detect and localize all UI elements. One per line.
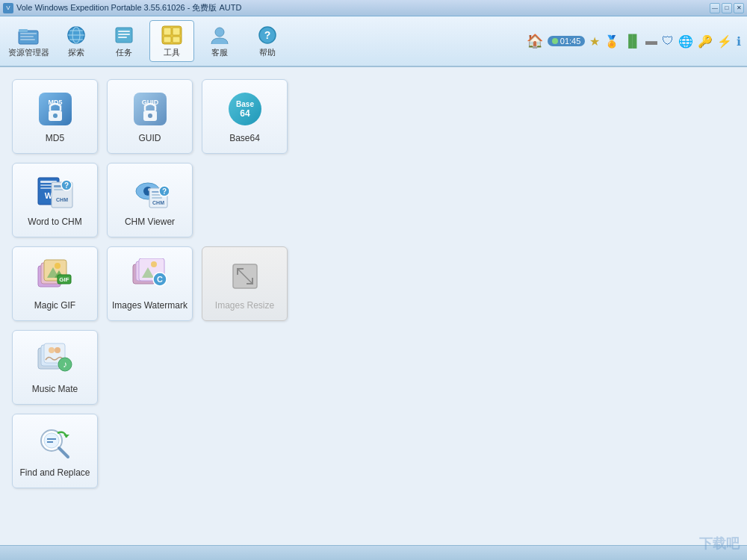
- toolbar-item-file-manager[interactable]: 资源管理器: [6, 20, 51, 62]
- images-watermark-label: Images Watermark: [112, 300, 187, 311]
- tool-music-mate[interactable]: ♪ Music Mate: [12, 330, 98, 405]
- close-button[interactable]: ✕: [734, 3, 744, 13]
- svg-rect-12: [118, 34, 130, 35]
- shield-icon[interactable]: 🛡: [662, 34, 674, 48]
- tool-images-watermark[interactable]: C Images Watermark: [107, 246, 193, 321]
- svg-rect-17: [164, 37, 171, 43]
- chm-viewer-icon-wrapper: CHM ?: [131, 173, 170, 212]
- svg-point-59: [55, 263, 61, 269]
- tool-row-2: W CHM ? Word to CHM: [12, 163, 735, 237]
- guid-label: GUID: [139, 133, 161, 143]
- time-display: 01:45: [560, 37, 581, 46]
- help-label: 帮助: [259, 47, 276, 58]
- medal-icon[interactable]: 🏅: [604, 34, 619, 49]
- svg-point-25: [53, 113, 58, 118]
- images-watermark-icon-wrapper: C: [131, 257, 170, 296]
- music-mate-label: Music Mate: [32, 384, 78, 394]
- md5-icon-wrapper: MD5: [36, 90, 75, 128]
- tool-row-5: Find and Replace: [12, 414, 735, 488]
- svg-text:Base: Base: [236, 100, 254, 108]
- star-icon[interactable]: ★: [589, 34, 600, 49]
- svg-text:CHM: CHM: [56, 197, 68, 202]
- svg-point-74: [49, 347, 55, 353]
- svg-point-19: [215, 28, 224, 37]
- svg-text:C: C: [157, 275, 163, 284]
- svg-point-66: [151, 261, 157, 267]
- find-replace-icon-wrapper: [36, 424, 75, 463]
- toolbar-item-task[interactable]: 任务: [102, 20, 146, 62]
- svg-text:GUID: GUID: [141, 99, 158, 106]
- find-replace-label: Find and Replace: [19, 467, 90, 478]
- tool-md5[interactable]: MD5 MD5: [12, 79, 98, 154]
- home-icon[interactable]: 🏠: [527, 33, 543, 49]
- svg-rect-50: [152, 197, 162, 199]
- tool-images-resize: Images Resize: [202, 246, 288, 321]
- svg-text:?: ?: [63, 181, 68, 190]
- svg-point-79: [44, 433, 59, 448]
- base64-icon-wrapper: Base 64: [226, 90, 264, 128]
- time-badge: 01:45: [548, 36, 586, 46]
- svg-text:64: 64: [240, 108, 250, 119]
- svg-text:♪: ♪: [63, 359, 67, 370]
- images-resize-icon-wrapper: [226, 257, 264, 296]
- battery-icon[interactable]: ▐▌: [624, 34, 641, 48]
- svg-rect-13: [118, 37, 127, 38]
- svg-rect-2: [20, 33, 37, 34]
- svg-line-82: [59, 448, 68, 457]
- status-dot: [552, 38, 558, 44]
- service-label: 客服: [211, 47, 228, 58]
- lightning-icon[interactable]: ⚡: [717, 34, 732, 49]
- tool-magic-gif[interactable]: GIF Magic GIF: [12, 246, 98, 321]
- help-icon: ?: [256, 25, 279, 46]
- svg-text:?: ?: [161, 187, 166, 196]
- app-icon: V: [3, 3, 13, 13]
- title-bar: V Vole Windows Expedition Portable 3.55.…: [0, 0, 747, 16]
- tool-row-4: ♪ Music Mate: [12, 330, 735, 405]
- music-mate-icon-wrapper: ♪: [36, 340, 75, 379]
- restore-button[interactable]: □: [722, 3, 732, 13]
- tool-row-1: MD5 MD5: [12, 79, 735, 154]
- file-manager-label: 资源管理器: [8, 47, 49, 58]
- key-icon[interactable]: 🔑: [698, 34, 713, 49]
- svg-rect-15: [164, 28, 171, 35]
- network-icon[interactable]: 🌐: [678, 34, 693, 49]
- minimize-button[interactable]: —: [710, 3, 720, 13]
- title-bar-left: V Vole Windows Expedition Portable 3.55.…: [3, 2, 241, 13]
- svg-marker-83: [63, 435, 69, 438]
- tool-base64[interactable]: Base 64 Base64: [202, 79, 288, 154]
- word-chm-icon-wrapper: W CHM ?: [36, 173, 75, 212]
- svg-text:?: ?: [264, 29, 271, 41]
- toolbar-item-service[interactable]: 客服: [197, 20, 242, 62]
- svg-rect-3: [20, 36, 34, 37]
- toolbar-item-explore[interactable]: 探索: [54, 20, 99, 62]
- toolbar-item-help[interactable]: ? 帮助: [245, 20, 290, 62]
- svg-rect-16: [173, 28, 180, 35]
- tool-chm-viewer[interactable]: CHM ? CHM Viewer: [107, 163, 193, 237]
- title-bar-buttons: — □ ✕: [710, 3, 744, 13]
- svg-rect-11: [118, 31, 130, 32]
- md5-label: MD5: [46, 133, 64, 143]
- monitor-icon[interactable]: ▬: [645, 34, 657, 48]
- tool-word-chm[interactable]: W CHM ? Word to CHM: [12, 163, 98, 237]
- images-resize-label: Images Resize: [215, 300, 274, 311]
- tool-find-replace[interactable]: Find and Replace: [12, 414, 98, 488]
- magic-gif-icon-wrapper: GIF: [36, 257, 75, 296]
- service-icon: [208, 25, 231, 46]
- toolbar: 资源管理器 探索 任务: [0, 16, 747, 67]
- title-bar-text: Vole Windows Expedition Portable 3.55.61…: [16, 2, 241, 13]
- svg-rect-1: [19, 29, 28, 32]
- tools-icon: [161, 25, 183, 46]
- task-label: 任务: [116, 47, 132, 58]
- tool-guid[interactable]: GUID GUID: [107, 79, 193, 154]
- explore-icon: [65, 25, 87, 46]
- magic-gif-label: Magic GIF: [34, 300, 75, 311]
- svg-text:CHM: CHM: [152, 200, 164, 205]
- toolbar-right: 🏠 01:45 ★ 🏅 ▐▌ ▬ 🛡 🌐 🔑 ⚡ ℹ: [527, 33, 741, 49]
- main-content: MD5 MD5: [0, 67, 747, 545]
- toolbar-item-tools[interactable]: 工具: [149, 20, 194, 62]
- info-icon[interactable]: ℹ: [737, 34, 741, 49]
- base64-label: Base64: [229, 133, 260, 143]
- guid-icon-wrapper: GUID: [131, 90, 170, 128]
- file-manager-icon: [17, 25, 40, 46]
- tools-label: 工具: [164, 47, 180, 58]
